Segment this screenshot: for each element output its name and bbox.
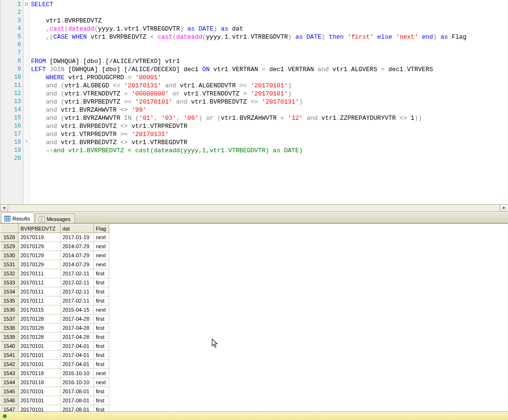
table-row[interactable]: 1533201701112017-02-11first xyxy=(0,278,109,287)
code-line[interactable] xyxy=(31,41,508,49)
cell[interactable]: first xyxy=(94,287,109,296)
code-line[interactable]: FROM [DWHQUA].[dbo].[/ALICE/VTREXO] vtr1 xyxy=(31,57,508,65)
cell[interactable]: 20170129 xyxy=(19,242,61,251)
fold-marker[interactable]: └ xyxy=(23,138,30,147)
row-header[interactable]: 1544 xyxy=(0,378,19,387)
cell[interactable]: first xyxy=(94,360,109,369)
cell[interactable]: 20170129 xyxy=(19,251,61,260)
cell[interactable]: first xyxy=(94,296,109,305)
row-header[interactable]: 1528 xyxy=(0,233,19,242)
cell[interactable]: 20170111 xyxy=(19,296,61,305)
table-row[interactable]: 1546201701012017-08-01first xyxy=(0,396,109,405)
row-header[interactable]: 1541 xyxy=(0,351,19,360)
cell[interactable]: first xyxy=(94,387,109,396)
table-row[interactable]: 1542201701012017-04-01first xyxy=(0,360,109,369)
cell[interactable]: 20170101 xyxy=(19,405,61,412)
code-line[interactable]: and (vtr1.BVRZAHWVTR IN ('01', '03', '06… xyxy=(31,114,508,122)
code-line[interactable]: LEFT JOIN [DWHQUA].[dbo].[/ALICE/DECEXO]… xyxy=(31,65,508,74)
cell[interactable]: 20170118 xyxy=(19,378,61,387)
row-header[interactable]: 1535 xyxy=(0,296,19,305)
row-header[interactable]: 1531 xyxy=(0,260,19,269)
row-header[interactable]: 1532 xyxy=(0,269,19,278)
table-row[interactable]: 1528201701192017-01-19next xyxy=(0,233,109,242)
tab-results[interactable]: Results xyxy=(1,212,34,223)
table-row[interactable]: 1545201701012017-08-01first xyxy=(0,387,109,396)
cell[interactable]: 2016-10-10 xyxy=(61,369,94,378)
cell[interactable]: next xyxy=(94,378,109,387)
cell[interactable]: 2017-04-01 xyxy=(61,351,94,360)
table-row[interactable]: 1530201701292014-07-29next xyxy=(0,251,109,260)
table-row[interactable]: 1540201701012017-04-01first xyxy=(0,342,109,351)
code-line[interactable]: ,(CASE WHEN vtr1.BVRPBEDVTZ < cast(datea… xyxy=(31,33,508,41)
column-header[interactable]: Flag xyxy=(94,224,109,233)
cell[interactable]: 2017-02-11 xyxy=(61,278,94,287)
cell[interactable]: first xyxy=(94,342,109,351)
code-line[interactable] xyxy=(31,9,508,17)
row-header[interactable]: 1537 xyxy=(0,315,19,324)
cell[interactable]: 20170101 xyxy=(19,360,61,369)
cell[interactable]: next xyxy=(94,233,109,242)
row-header[interactable]: 1543 xyxy=(0,369,19,378)
cell[interactable]: 2015-04-15 xyxy=(61,305,94,315)
cell[interactable]: 2017-08-01 xyxy=(61,387,94,396)
scroll-left-icon[interactable]: ◄ xyxy=(0,205,8,211)
row-header[interactable]: 1534 xyxy=(0,287,19,296)
code-line[interactable]: and vtr1.VTRPREDVTR >= '20170131' xyxy=(31,130,508,138)
cell[interactable]: 2016-10-10 xyxy=(61,378,94,387)
cell[interactable]: 2017-08-01 xyxy=(61,405,94,412)
table-row[interactable]: 1544201701182016-10-10next xyxy=(0,378,109,387)
code-line[interactable]: and (vtr1.ALGBEGD <= '20170131' and vtr1… xyxy=(31,82,508,90)
cell[interactable]: 20170111 xyxy=(19,278,61,287)
results-pane[interactable]: BVRPBEDVTZdatFlag1528201701192017-01-19n… xyxy=(0,223,508,411)
cell[interactable]: 2014-07-29 xyxy=(61,251,94,260)
cell[interactable]: 2014-07-29 xyxy=(61,260,94,269)
cell[interactable]: 20170128 xyxy=(19,315,61,324)
fold-marker[interactable]: ⊟ xyxy=(23,0,30,9)
cell[interactable]: next xyxy=(94,251,109,260)
code-line[interactable]: --and vtr1.BVRPBEDVTZ < cast(dateadd(yyy… xyxy=(31,147,508,155)
cell[interactable]: 20170101 xyxy=(19,396,61,405)
cell[interactable]: 2017-04-01 xyxy=(61,342,94,351)
cell[interactable]: 20170111 xyxy=(19,269,61,278)
cell[interactable]: next xyxy=(94,242,109,251)
table-row[interactable]: 1529201701292014-07-29next xyxy=(0,242,109,251)
cell[interactable]: first xyxy=(94,278,109,287)
table-row[interactable]: 1535201701112017-02-11first xyxy=(0,296,109,305)
table-row[interactable]: 1534201701112017-02-11first xyxy=(0,287,109,296)
row-header[interactable]: 1540 xyxy=(0,342,19,351)
cell[interactable]: first xyxy=(94,405,109,412)
cell[interactable]: 2017-08-01 xyxy=(61,396,94,405)
row-header[interactable]: 1539 xyxy=(0,333,19,342)
cell[interactable]: 20170129 xyxy=(19,260,61,269)
cell[interactable]: 2017-04-28 xyxy=(61,315,94,324)
row-header[interactable]: 1542 xyxy=(0,360,19,369)
cell[interactable]: 2017-02-11 xyxy=(61,287,94,296)
code-line[interactable] xyxy=(31,49,508,57)
scroll-track[interactable] xyxy=(8,205,500,211)
cell[interactable]: first xyxy=(94,324,109,333)
table-row[interactable]: 1537201701282017-04-28first xyxy=(0,315,109,324)
row-header[interactable]: 1536 xyxy=(0,305,19,315)
cell[interactable]: first xyxy=(94,315,109,324)
cell[interactable]: first xyxy=(94,351,109,360)
cell[interactable]: 2017-04-28 xyxy=(61,324,94,333)
cell[interactable]: 20170101 xyxy=(19,342,61,351)
code-line[interactable]: and (vtr1.BVRPBEDVTZ >= '20170101' and v… xyxy=(31,98,508,106)
table-row[interactable]: 1547201701012017-08-01first xyxy=(0,405,109,412)
cell[interactable]: 20170128 xyxy=(19,333,61,342)
cell[interactable]: next xyxy=(94,305,109,315)
cell[interactable]: 20170111 xyxy=(19,287,61,296)
cell[interactable]: 20170101 xyxy=(19,387,61,396)
cell[interactable]: 20170115 xyxy=(19,305,61,315)
cell[interactable]: 20170101 xyxy=(19,351,61,360)
column-header[interactable]: dat xyxy=(61,224,94,233)
cell[interactable]: first xyxy=(94,333,109,342)
code-line[interactable]: and vtr1.BVRPBEDVTZ <> vtr1.VTRPREDVTR xyxy=(31,122,508,130)
results-grid[interactable]: BVRPBEDVTZdatFlag1528201701192017-01-19n… xyxy=(0,224,109,411)
code-line[interactable] xyxy=(31,155,508,163)
column-header[interactable] xyxy=(0,224,19,233)
sql-editor[interactable]: 1234567891011121314151617181920 ⊟└ SELEC… xyxy=(0,0,508,204)
cell[interactable]: 2017-02-11 xyxy=(61,269,94,278)
cell[interactable]: 2017-01-19 xyxy=(61,233,94,242)
code-line[interactable]: ,cast(dateadd(yyyy,1,vtr1.VTRBEGDVTR) as… xyxy=(31,25,508,33)
